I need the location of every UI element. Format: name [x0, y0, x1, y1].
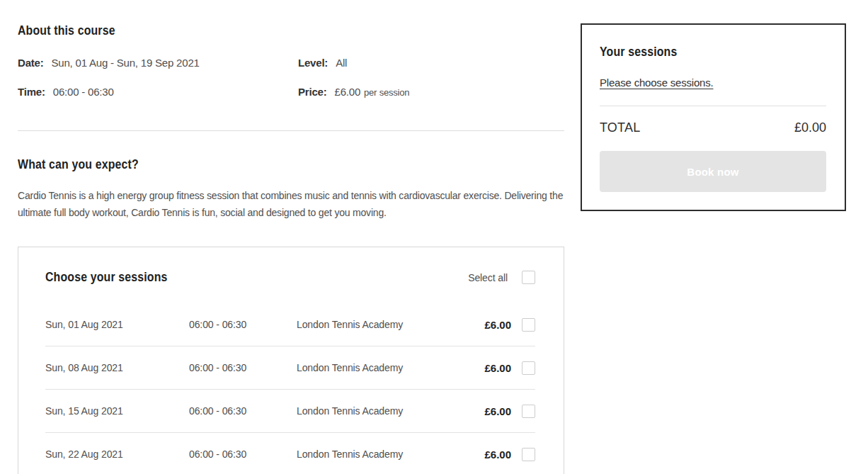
- select-all-label: Select all: [468, 272, 508, 283]
- session-row: Sun, 22 Aug 2021 06:00 - 06:30 London Te…: [45, 433, 535, 474]
- session-rows: Sun, 01 Aug 2021 06:00 - 06:30 London Te…: [45, 303, 535, 474]
- session-venue: London Tennis Academy: [297, 448, 461, 460]
- session-price: £6.00: [461, 362, 522, 374]
- book-now-button[interactable]: Book now: [600, 151, 826, 192]
- price-label: Price:: [298, 86, 327, 98]
- session-venue: London Tennis Academy: [297, 319, 461, 330]
- course-price-field: Price: £6.00 per session: [298, 86, 564, 98]
- section-divider: [18, 130, 564, 131]
- course-level-field: Level: All: [298, 57, 564, 69]
- session-time: 06:00 - 06:30: [189, 448, 297, 460]
- sessions-title: Choose your sessions: [45, 270, 168, 285]
- basket-title: Your sessions: [600, 45, 799, 60]
- session-venue: London Tennis Academy: [297, 362, 461, 373]
- select-all-checkbox[interactable]: [522, 271, 535, 284]
- session-time: 06:00 - 06:30: [189, 319, 297, 330]
- course-date-field: Date: Sun, 01 Aug - Sun, 19 Sep 2021: [18, 57, 298, 69]
- session-checkbox[interactable]: [522, 448, 535, 461]
- about-title: About this course: [18, 23, 498, 38]
- page-layout: About this course Date: Sun, 01 Aug - Su…: [0, 0, 868, 474]
- session-venue: London Tennis Academy: [297, 405, 461, 417]
- course-time-field: Time: 06:00 - 06:30: [18, 86, 298, 98]
- price-value: £6.00: [335, 86, 361, 98]
- course-info-grid: Date: Sun, 01 Aug - Sun, 19 Sep 2021 Lev…: [18, 57, 564, 98]
- level-label: Level:: [298, 57, 328, 69]
- session-price: £6.00: [461, 448, 522, 461]
- session-checkbox[interactable]: [522, 361, 535, 375]
- sessions-header: Choose your sessions Select all: [45, 270, 535, 285]
- basket-divider: [600, 106, 826, 106]
- session-time: 06:00 - 06:30: [189, 362, 297, 373]
- time-label: Time:: [18, 86, 45, 98]
- basket-total-row: TOTAL £0.00: [600, 120, 826, 135]
- level-value: All: [336, 57, 347, 69]
- session-row: Sun, 15 Aug 2021 06:00 - 06:30 London Te…: [45, 390, 535, 433]
- choose-sessions-link[interactable]: Please choose sessions.: [600, 77, 714, 89]
- session-row: Sun, 01 Aug 2021 06:00 - 06:30 London Te…: [45, 303, 535, 346]
- date-value: Sun, 01 Aug - Sun, 19 Sep 2021: [52, 57, 200, 69]
- your-sessions-panel: Your sessions Please choose sessions. TO…: [581, 23, 846, 211]
- session-date: Sun, 08 Aug 2021: [45, 362, 189, 373]
- select-all-control: Select all: [468, 271, 535, 284]
- expect-title: What can you expect?: [18, 157, 498, 172]
- date-label: Date:: [18, 57, 44, 69]
- session-date: Sun, 15 Aug 2021: [45, 405, 189, 417]
- session-checkbox[interactable]: [522, 318, 535, 332]
- total-label: TOTAL: [600, 120, 640, 135]
- basket-column: Your sessions Please choose sessions. TO…: [581, 23, 846, 211]
- about-section: About this course Date: Sun, 01 Aug - Su…: [18, 23, 564, 131]
- total-value: £0.00: [794, 120, 826, 135]
- time-value: 06:00 - 06:30: [53, 86, 114, 98]
- course-detail-column: About this course Date: Sun, 01 Aug - Su…: [18, 23, 564, 474]
- expect-section: What can you expect? Cardio Tennis is a …: [18, 157, 564, 221]
- session-price: £6.00: [461, 319, 522, 331]
- session-date: Sun, 01 Aug 2021: [45, 319, 189, 330]
- choose-sessions-panel: Choose your sessions Select all Sun, 01 …: [18, 247, 564, 474]
- session-time: 06:00 - 06:30: [189, 405, 297, 417]
- session-price: £6.00: [461, 405, 522, 417]
- session-checkbox[interactable]: [522, 405, 535, 418]
- price-suffix: per session: [364, 87, 409, 98]
- session-row: Sun, 08 Aug 2021 06:00 - 06:30 London Te…: [45, 346, 535, 390]
- session-date: Sun, 22 Aug 2021: [45, 448, 189, 460]
- course-description: Cardio Tennis is a high energy group fit…: [18, 187, 564, 221]
